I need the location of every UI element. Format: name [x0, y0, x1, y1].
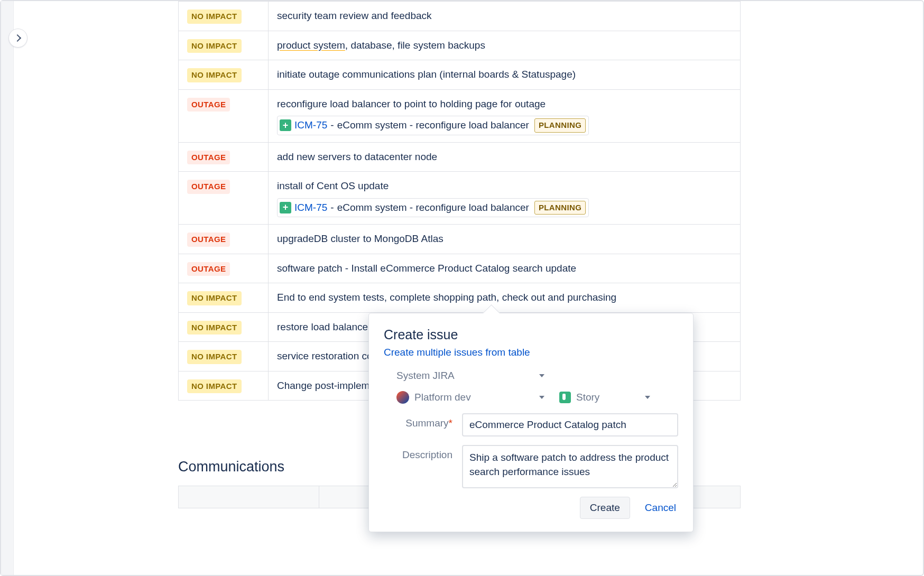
description-cell[interactable]: initiate outage communications plan (int… [269, 60, 741, 90]
description-cell[interactable]: install of Cent OS update+ICM-75 - eComm… [269, 172, 741, 225]
issue-key: ICM-75 [294, 118, 327, 133]
impact-cell: NO IMPACT [179, 60, 269, 90]
issuetype-select[interactable]: Story [559, 392, 650, 403]
table-row: NO IMPACTEnd to end system tests, comple… [179, 283, 741, 313]
impact-cell: OUTAGE [179, 142, 269, 172]
no-impact-badge: NO IMPACT [187, 321, 242, 335]
table-row: NO IMPACTproduct system, database, file … [179, 31, 741, 60]
description-cell[interactable]: software patch - Install eCommerce Produ… [269, 254, 741, 283]
server-select-value: System JIRA [396, 370, 455, 382]
impact-cell: NO IMPACT [179, 371, 269, 401]
description-cell[interactable]: security team review and feedback [269, 2, 741, 31]
issuetype-select-value: Story [576, 392, 599, 403]
description-cell[interactable]: End to end system tests, complete shoppi… [269, 283, 741, 313]
impact-cell: OUTAGE [179, 225, 269, 254]
server-select[interactable]: System JIRA [396, 370, 544, 382]
impact-cell: OUTAGE [179, 254, 269, 283]
chevron-down-icon [645, 396, 650, 399]
task-description: initiate outage communications plan (int… [277, 67, 732, 82]
impact-cell: OUTAGE [179, 89, 269, 142]
no-impact-badge: NO IMPACT [187, 379, 242, 394]
table-row: OUTAGEsoftware patch - Install eCommerce… [179, 254, 741, 283]
issue-summary: eComm system - reconfigure load balancer [337, 118, 529, 133]
linked-issue-chip[interactable]: +ICM-75 - eComm system - reconfigure loa… [277, 198, 589, 218]
chevron-down-icon [539, 374, 544, 377]
task-description: security team review and feedback [277, 8, 732, 24]
task-description: upgradeDB cluster to MongoDB Atlas [277, 231, 732, 247]
description-cell[interactable]: product system, database, file system ba… [269, 31, 741, 60]
status-badge: PLANNING [534, 118, 586, 133]
task-description: reconfigure load balancer to point to ho… [277, 97, 732, 112]
create-button[interactable]: Create [580, 497, 630, 519]
outage-badge: OUTAGE [187, 262, 230, 276]
issue-summary: eComm system - reconfigure load balancer [337, 200, 529, 216]
sidebar-expand-button[interactable] [8, 29, 27, 48]
project-avatar-icon [396, 391, 409, 404]
issue-key: ICM-75 [294, 200, 327, 216]
popover-title: Create issue [384, 327, 678, 342]
outage-badge: OUTAGE [187, 233, 230, 247]
create-multiple-link[interactable]: Create multiple issues from table [384, 347, 530, 358]
table-row: OUTAGEupgradeDB cluster to MongoDB Atlas [179, 225, 741, 254]
outage-badge: OUTAGE [187, 151, 230, 165]
table-row: OUTAGEadd new servers to datacenter node [179, 142, 741, 172]
add-issue-icon: + [280, 119, 291, 131]
impact-cell: NO IMPACT [179, 312, 269, 342]
no-impact-badge: NO IMPACT [187, 39, 242, 53]
impact-cell: NO IMPACT [179, 31, 269, 60]
description-cell[interactable]: add new servers to datacenter node [269, 142, 741, 172]
impact-cell: NO IMPACT [179, 283, 269, 313]
outage-badge: OUTAGE [187, 180, 230, 194]
description-cell[interactable]: upgradeDB cluster to MongoDB Atlas [269, 225, 741, 254]
impact-cell: OUTAGE [179, 172, 269, 225]
description-cell[interactable]: reconfigure load balancer to point to ho… [269, 89, 741, 142]
no-impact-badge: NO IMPACT [187, 68, 242, 82]
task-description: End to end system tests, complete shoppi… [277, 290, 732, 305]
table-row: OUTAGEinstall of Cent OS update+ICM-75 -… [179, 172, 741, 225]
no-impact-badge: NO IMPACT [187, 10, 242, 24]
task-description: add new servers to datacenter node [277, 150, 732, 165]
no-impact-badge: NO IMPACT [187, 350, 242, 364]
summary-input[interactable] [462, 413, 678, 436]
no-impact-badge: NO IMPACT [187, 291, 242, 305]
table-row: NO IMPACTinitiate outage communications … [179, 60, 741, 90]
description-textarea[interactable] [462, 445, 678, 488]
collapsed-sidebar [1, 1, 14, 575]
task-description: software patch - Install eCommerce Produ… [277, 261, 732, 276]
project-select-value: Platform dev [414, 392, 471, 403]
linked-issue-chip[interactable]: +ICM-75 - eComm system - reconfigure loa… [277, 116, 589, 135]
status-badge: PLANNING [534, 201, 586, 215]
chevron-right-icon [13, 34, 21, 42]
app-frame: NO IMPACTsecurity team review and feedba… [0, 0, 924, 576]
summary-label: Summary* [384, 413, 452, 429]
add-issue-icon: + [280, 202, 291, 213]
table-row: NO IMPACTsecurity team review and feedba… [179, 2, 741, 31]
story-icon [559, 392, 571, 403]
task-description: install of Cent OS update [277, 179, 732, 194]
table-row: OUTAGEreconfigure load balancer to point… [179, 89, 741, 142]
create-issue-popover: Create issue Create multiple issues from… [368, 313, 694, 532]
impact-cell: NO IMPACT [179, 2, 269, 31]
cancel-button[interactable]: Cancel [643, 497, 678, 518]
impact-cell: NO IMPACT [179, 342, 269, 371]
project-select[interactable]: Platform dev [396, 391, 544, 404]
chevron-down-icon [539, 396, 544, 399]
outage-badge: OUTAGE [187, 98, 230, 112]
task-description: product system, database, file system ba… [277, 38, 732, 53]
description-label: Description [384, 445, 452, 461]
